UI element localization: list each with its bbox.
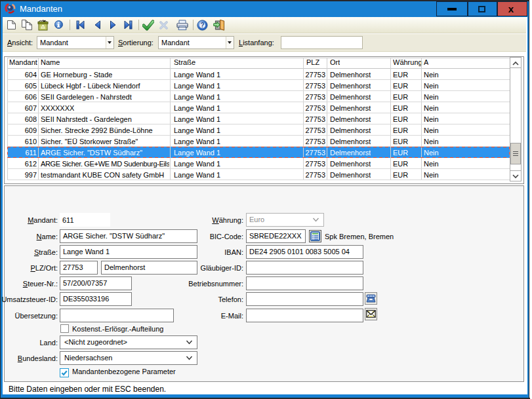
svg-text:?: ? xyxy=(200,22,204,29)
